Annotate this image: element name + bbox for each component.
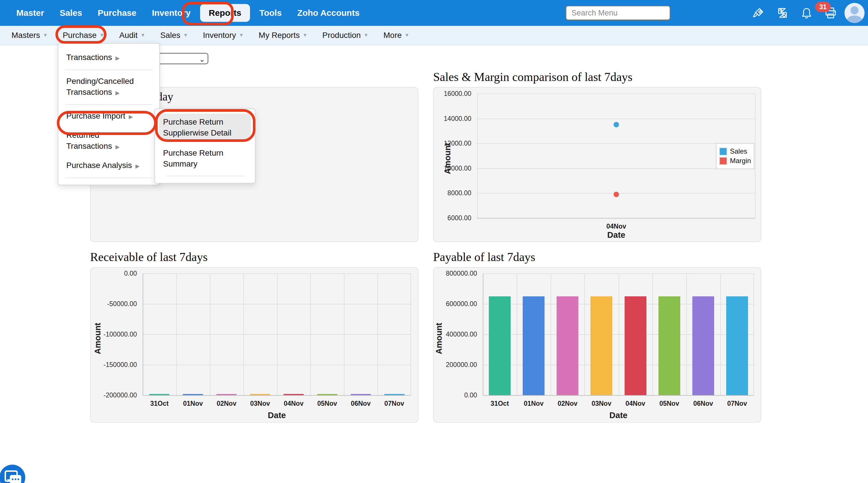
chevron-right-icon: ▶ [115, 144, 120, 150]
bar-04nov [625, 296, 646, 395]
sub-nav-item-inventory[interactable]: Inventory▼ [195, 31, 251, 40]
y-tick-label: -50000.00 [91, 300, 137, 308]
payable-plot: 800000.00600000.00400000.00200000.000.00… [483, 273, 754, 395]
chevron-down-icon: ▼ [100, 32, 104, 38]
bar-05nov [658, 296, 680, 395]
search-input[interactable] [565, 5, 671, 20]
receivable-plot: 0.00-50000.00-100000.00-150000.00-200000… [143, 273, 411, 395]
menu-separator [65, 104, 152, 105]
x-tick-label: 31Oct [143, 400, 176, 407]
sub-nav-item-my-reports[interactable]: My Reports▼ [251, 31, 315, 40]
y-tick-label: 14000.00 [425, 115, 471, 123]
purchase-dropdown-menu: Transactions▶Pending/Cancelled Transacti… [58, 43, 160, 185]
filter-select[interactable] [155, 53, 208, 64]
legend-entry-sales: Sales [719, 147, 751, 155]
x-tick-label: 01Nov [517, 400, 551, 407]
menu-item-returned-transactions[interactable]: Returned Transactions▶ [58, 126, 159, 156]
chevron-down-icon: ▼ [364, 32, 369, 38]
menu-separator [166, 176, 244, 176]
avatar-head [850, 6, 859, 14]
sales-margin-chart-title: Sales & Margin comparison of last 7days [433, 70, 632, 84]
x-tick-label: 06Nov [344, 400, 377, 407]
x-tick-label: 31Oct [483, 400, 517, 407]
bar-31oct [489, 296, 510, 395]
menu-item-transactions[interactable]: Transactions▶ [58, 48, 159, 67]
paintbrush-icon[interactable] [752, 6, 765, 20]
gridline-vertical [210, 273, 210, 395]
bar-03nov [250, 394, 270, 395]
gridline-vertical [344, 273, 344, 395]
sub-nav-item-more[interactable]: More▼ [376, 31, 417, 40]
gridline-vertical [720, 273, 721, 395]
top-nav-item-reports[interactable]: Reports [200, 4, 250, 22]
bar-01nov [523, 296, 545, 395]
sub-nav-item-sales[interactable]: Sales▼ [153, 31, 195, 40]
x-tick-label: 07Nov [720, 400, 754, 407]
menu-item-purchase-analysis[interactable]: Purchase Analysis▶ [58, 156, 159, 176]
legend: SalesMargin [716, 143, 754, 169]
sub-nav-item-audit[interactable]: Audit▼ [112, 31, 153, 40]
sub-nav-item-label: Audit [119, 31, 138, 40]
menu-item-pending-cancelled-transactions[interactable]: Pending/Cancelled Transactions▶ [58, 72, 159, 102]
gridline-vertical [652, 273, 653, 395]
y-axis-label: Amount [434, 320, 444, 354]
sub-nav-item-label: Masters [11, 31, 40, 40]
chevron-down-icon: ▼ [43, 32, 48, 38]
legend-entry-margin: Margin [719, 157, 751, 165]
menu-item-purchase-import[interactable]: Purchase Import▶ [58, 107, 159, 126]
gridline-vertical [377, 273, 378, 395]
menu-separator [65, 69, 152, 70]
legend-label: Margin [730, 157, 751, 165]
notification-bell-icon[interactable] [800, 6, 813, 20]
sub-nav-item-purchase[interactable]: Purchase▼ [55, 31, 112, 40]
avatar-body [846, 16, 863, 23]
sub-nav-item-label: My Reports [259, 31, 300, 40]
gridline-vertical [143, 273, 143, 395]
bar-06nov [351, 394, 371, 395]
bar-03nov [590, 296, 612, 395]
top-nav-item-sales[interactable]: Sales [52, 0, 90, 26]
menu-item-label: Transactions [66, 53, 112, 62]
top-nav-item-tools[interactable]: Tools [252, 0, 290, 26]
top-nav-item-purchase[interactable]: Purchase [90, 0, 144, 26]
receivable-chart-title: Receivable of last 7days [90, 250, 208, 264]
submenu-item-purchase-return-supplierwise-detail[interactable]: Purchase Return Supplierwise Detail [159, 114, 251, 141]
top-navigation-bar: MasterSalesPurchaseInventoryReportsTools… [0, 0, 868, 26]
sub-nav-item-label: Purchase [63, 31, 96, 40]
gridline [477, 143, 755, 144]
submenu-item-purchase-return-summary[interactable]: Purchase Return Summary [159, 145, 251, 172]
data-point-margin [614, 191, 619, 197]
top-nav-item-zoho-accounts[interactable]: Zoho Accounts [289, 0, 367, 26]
top-nav-item-master[interactable]: Master [9, 0, 52, 26]
y-tick-label: 800000.00 [431, 270, 477, 277]
user-avatar[interactable] [844, 3, 865, 23]
gridline-vertical [619, 273, 619, 395]
payable-chart-panel: 800000.00600000.00400000.00200000.000.00… [433, 267, 761, 423]
plot-border [477, 94, 477, 218]
top-nav-item-inventory[interactable]: Inventory [144, 0, 198, 26]
x-tick-label: 02Nov [210, 400, 243, 407]
x-tick-label: 05Nov [652, 400, 686, 407]
gridline [477, 168, 755, 169]
chevron-right-icon: ▶ [135, 163, 140, 169]
x-tick-label: 03Nov [584, 400, 618, 407]
filter-select-box: ⌄ [155, 53, 208, 64]
menu-item-label: Pending/Cancelled Transactions [66, 77, 134, 96]
sub-nav-item-production[interactable]: Production▼ [315, 31, 376, 40]
chat-support-button[interactable] [0, 464, 25, 483]
y-tick-label: -150000.00 [91, 361, 137, 369]
sub-nav-item-masters[interactable]: Masters▼ [4, 31, 55, 40]
x-tick-label: 04Nov [477, 222, 755, 230]
zoho-logo-icon[interactable] [776, 6, 789, 20]
top-nav-icons [746, 0, 868, 26]
y-tick-label: 6000.00 [425, 214, 471, 222]
menu-separator [65, 178, 152, 178]
top-nav-items: MasterSalesPurchaseInventoryReportsTools… [9, 0, 367, 26]
gridline-vertical [517, 273, 517, 395]
x-tick-label: 02Nov [551, 400, 584, 407]
gridline [477, 218, 755, 218]
gridline [477, 94, 755, 94]
chat-bubble-dots-icon [10, 475, 21, 483]
chevron-down-icon: ▼ [239, 32, 244, 38]
returned-transactions-submenu: Purchase Return Supplierwise DetailPurch… [154, 109, 255, 183]
